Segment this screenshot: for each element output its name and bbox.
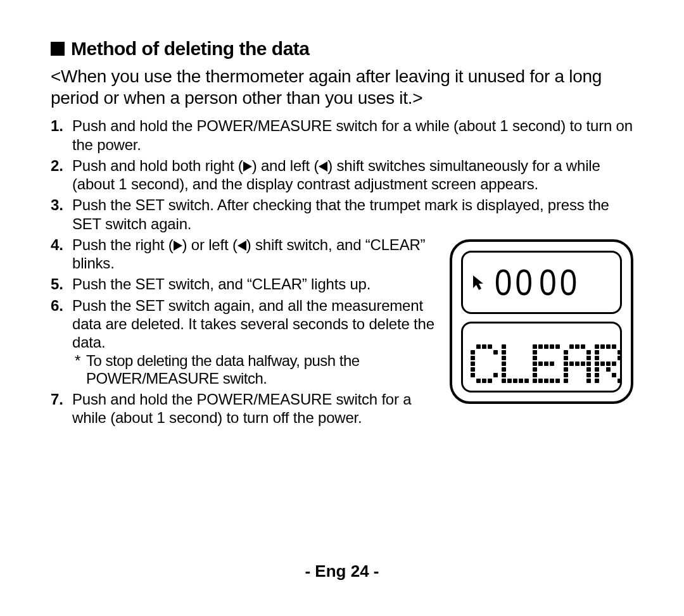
cursor-arrow-icon	[472, 274, 486, 291]
step-5-text: Push the SET switch, and “CLEAR” lights …	[72, 275, 370, 292]
triangle-right-icon	[174, 241, 182, 251]
step-2-text-b: ) and left (	[252, 157, 319, 174]
step-6-note: To stop deleting the data halfway, push …	[72, 352, 437, 388]
triangle-left-icon	[319, 161, 327, 172]
triangle-right-icon	[243, 161, 252, 172]
step-4-text-b: ) or left (	[182, 236, 238, 253]
step-2-text-a: Push and hold both right (	[72, 157, 243, 174]
lcd-digits-pair2: 00	[539, 261, 580, 303]
section-title-text: Method of deleting the data	[71, 38, 310, 60]
step-4: Push the right () or left () shift switc…	[51, 236, 437, 273]
page-footer: - Eng 24 -	[0, 562, 684, 581]
step-3-text: Push the SET switch. After checking that…	[72, 196, 609, 232]
steps-list-cont: Push the right () or left () shift switc…	[51, 236, 437, 430]
intro-text: <When you use the thermometer again afte…	[51, 66, 640, 109]
lcd-screen: 0000	[450, 239, 633, 404]
lcd-figure: 0000	[450, 236, 640, 430]
step-4-text-a: Push the right (	[72, 236, 174, 253]
step-6-note-text: To stop deleting the data halfway, push …	[86, 352, 360, 387]
steps-with-figure-row: Push the right () or left () shift switc…	[51, 236, 640, 430]
step-6: Push the SET switch again, and all the m…	[51, 296, 437, 387]
step-1: Push and hold the POWER/MEASURE switch f…	[51, 116, 640, 154]
square-bullet-icon	[51, 42, 65, 56]
step-7-text: Push and hold the POWER/MEASURE switch f…	[72, 391, 411, 426]
step-5: Push the SET switch, and “CLEAR” lights …	[51, 275, 437, 293]
step-6-text: Push the SET switch again, and all the m…	[72, 297, 434, 351]
steps-list: Push and hold the POWER/MEASURE switch f…	[51, 116, 640, 233]
section-title: Method of deleting the data	[51, 38, 640, 60]
steps-column: Push and hold the POWER/MEASURE switch f…	[51, 116, 640, 429]
lcd-digits: 0000	[495, 261, 580, 303]
triangle-left-icon	[238, 241, 246, 251]
lcd-digits-pair1: 00	[495, 261, 536, 303]
lcd-top-panel: 0000	[461, 251, 622, 314]
lcd-bottom-panel	[461, 322, 622, 393]
step-1-text: Push and hold the POWER/MEASURE switch f…	[72, 117, 633, 153]
step-3: Push the SET switch. After checking that…	[51, 196, 640, 233]
step-7: Push and hold the POWER/MEASURE switch f…	[51, 390, 437, 427]
step-2: Push and hold both right () and left () …	[51, 156, 640, 194]
lcd-clear-label	[471, 344, 622, 383]
manual-page: Method of deleting the data <When you us…	[0, 0, 684, 616]
page-number: - Eng 24 -	[305, 562, 379, 581]
content-row: Push and hold the POWER/MEASURE switch f…	[51, 116, 640, 429]
